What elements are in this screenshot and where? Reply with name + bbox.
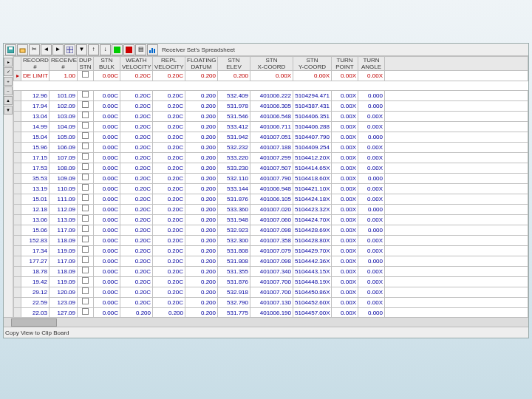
table-row[interactable]: 13.19110.090.00C0.20C0.20C0.200533.14440… xyxy=(14,184,528,194)
cell-wv[interactable]: 0.20C xyxy=(120,287,153,298)
table-row[interactable]: 22.59123.090.00C0.20C0.20C0.200532.79040… xyxy=(14,298,528,308)
cell-bulk[interactable]: 0.00C xyxy=(94,184,120,194)
cell-elev[interactable]: 532.232 xyxy=(218,143,250,153)
cell-receiver[interactable]: 119.09 xyxy=(50,246,78,256)
cell-wv[interactable]: 0.20C xyxy=(120,71,153,81)
cell-y[interactable]: 5104443.15X xyxy=(293,267,332,277)
cell-tp[interactable]: 0.00X xyxy=(332,298,358,308)
cell-receiver[interactable]: 112.09 xyxy=(50,205,78,215)
cell-dup[interactable] xyxy=(78,277,94,287)
cell-receiver[interactable]: 118.09 xyxy=(50,236,78,246)
cell-x[interactable]: 401007.051 xyxy=(250,132,293,143)
cell-ta[interactable]: 0.00X xyxy=(358,246,385,256)
cell-record[interactable]: 15.96 xyxy=(21,143,50,153)
cell-dup[interactable] xyxy=(78,174,94,184)
cell-record[interactable]: 17.53 xyxy=(21,163,50,174)
table-row[interactable]: 17.94102.090.00C0.20C0.20C0.200531.97840… xyxy=(14,101,528,112)
table-row[interactable]: 17.34119.090.00C0.20C0.20C0.200531.80840… xyxy=(14,246,528,256)
cell-record[interactable]: 13.19 xyxy=(21,184,50,194)
cell-tp[interactable]: 0.00X xyxy=(332,101,358,112)
cell-tp[interactable]: 0.00X xyxy=(332,112,358,122)
table-row[interactable]: 18.78118.090.00C0.20C0.20C0.200531.35540… xyxy=(14,267,528,277)
tool-sort-asc-icon[interactable]: ↑ xyxy=(88,44,99,55)
cell-elev[interactable]: 532.918 xyxy=(218,287,250,298)
cell-ta[interactable]: 0.00X xyxy=(358,153,385,163)
cell-rv[interactable]: 0.20C xyxy=(153,112,185,122)
cell-ta[interactable]: 0.000 xyxy=(358,225,385,236)
cell-tp[interactable]: 0.00X xyxy=(332,71,358,81)
cell-wv[interactable]: 0.20C xyxy=(120,153,153,163)
col-tp[interactable]: TURNPOINT xyxy=(332,57,358,71)
row-marker[interactable]: ▸ xyxy=(14,71,21,81)
cell-x[interactable]: 401007.790 xyxy=(250,174,293,184)
cell-ta[interactable]: 0.000 xyxy=(358,174,385,184)
cell-fd[interactable]: 0.200 xyxy=(185,184,218,194)
cell-record[interactable]: 19.42 xyxy=(21,277,50,287)
cell-receiver[interactable]: 123.09 xyxy=(50,298,78,308)
cell-dup[interactable] xyxy=(78,225,94,236)
cell-fd[interactable]: 0.200 xyxy=(185,71,218,81)
row-marker[interactable] xyxy=(14,163,21,174)
cell-fd[interactable]: 0.200 xyxy=(185,194,218,205)
cell-dup[interactable] xyxy=(78,132,94,143)
cell-x[interactable]: 401007.700 xyxy=(250,287,293,298)
cell-dup[interactable] xyxy=(78,153,94,163)
cell-elev[interactable]: 532.923 xyxy=(218,225,250,236)
row-marker[interactable] xyxy=(14,256,21,267)
cell-bulk[interactable]: 0.00C xyxy=(94,174,120,184)
row-tool-select-icon[interactable]: ▸ xyxy=(4,58,13,66)
cell-rv[interactable]: 0.20C xyxy=(153,256,185,267)
row-marker[interactable] xyxy=(14,91,21,101)
cell-elev[interactable]: 532.110 xyxy=(218,174,250,184)
cell-elev[interactable]: 533.220 xyxy=(218,153,250,163)
cell-record[interactable]: DE LIMIT xyxy=(21,71,50,81)
cell-elev[interactable]: 531.978 xyxy=(218,101,250,112)
cell-ta[interactable]: 0.00X xyxy=(358,194,385,205)
cell-rv[interactable]: 0.20C xyxy=(153,174,185,184)
cell-fd[interactable]: 0.200 xyxy=(185,308,218,318)
tool-arrow-right-icon[interactable]: ► xyxy=(52,44,64,55)
cell-elev[interactable]: 531.876 xyxy=(218,277,250,287)
cell-receiver[interactable]: 118.09 xyxy=(50,267,78,277)
row-marker[interactable] xyxy=(14,246,21,256)
cell-wv[interactable]: 0.20C xyxy=(120,256,153,267)
cell-dup[interactable] xyxy=(78,143,94,153)
cell-x[interactable]: 401006.548 xyxy=(250,112,293,122)
cell-elev[interactable]: 533.144 xyxy=(218,184,250,194)
cell-y[interactable]: 5104409.254 xyxy=(293,143,332,153)
table-row[interactable]: 13.06113.090.00C0.20C0.20C0.200531.94840… xyxy=(14,215,528,225)
tool-flag-red-icon[interactable] xyxy=(123,44,134,55)
cell-tp[interactable]: 0.00X xyxy=(332,236,358,246)
cell-tp[interactable]: 0.00X xyxy=(332,194,358,205)
cell-fd[interactable]: 0.200 xyxy=(185,246,218,256)
cell-ta[interactable]: 0.000 xyxy=(358,101,385,112)
tool-open-icon[interactable] xyxy=(17,44,28,55)
cell-bulk[interactable]: 0.00C xyxy=(94,91,120,101)
cell-tp[interactable]: 0.00X xyxy=(332,277,358,287)
cell-rv[interactable]: 0.20C xyxy=(153,91,185,101)
cell-wv[interactable]: 0.20C xyxy=(120,163,153,174)
col-record[interactable]: RECORD# xyxy=(21,57,50,71)
row-tool-delete-icon[interactable]: − xyxy=(4,86,13,95)
col-x[interactable]: STNX-COORD xyxy=(250,57,293,71)
cell-receiver[interactable]: 101.09 xyxy=(50,91,78,101)
cell-rv[interactable]: 0.20C xyxy=(153,225,185,236)
cell-ta[interactable]: 0.00X xyxy=(358,71,385,81)
row-marker[interactable] xyxy=(14,308,21,318)
cell-x[interactable]: 401007.060 xyxy=(250,215,293,225)
cell-dup[interactable] xyxy=(78,101,94,112)
cell-wv[interactable]: 0.20C xyxy=(120,143,153,153)
cell-fd[interactable]: 0.200 xyxy=(185,287,218,298)
cell-ta[interactable]: 0.000 xyxy=(358,205,385,215)
cell-bulk[interactable]: 0.00C xyxy=(94,101,120,112)
cell-bulk[interactable]: 0.00C xyxy=(94,122,120,132)
cell-record[interactable]: 13.06 xyxy=(21,215,50,225)
cell-x[interactable]: 401007.358 xyxy=(250,236,293,246)
table-row[interactable]: 22.03127.090.00C0.2000.2000.200531.77540… xyxy=(14,308,528,318)
col-wv[interactable]: WEATHVELOCITY xyxy=(120,57,153,71)
cell-record[interactable]: 177.27 xyxy=(21,256,50,267)
cell-record[interactable]: 15.01 xyxy=(21,194,50,205)
cell-dup[interactable] xyxy=(78,205,94,215)
row-marker[interactable] xyxy=(14,205,21,215)
cell-ta[interactable]: 0.000 xyxy=(358,308,385,318)
